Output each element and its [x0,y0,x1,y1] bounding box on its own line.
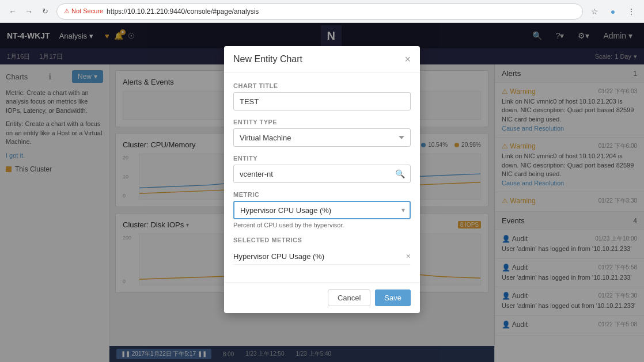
entity-search-icon: 🔍 [395,169,405,178]
entity-input-wrapper: 🔍 [233,165,411,183]
forward-button[interactable]: → [22,5,36,18]
selected-metrics-label: SELECTED METRICS [233,237,411,243]
metric-hint: Percent of CPU used by the hypervisor. [233,222,411,228]
metric-label: METRIC [233,191,411,198]
browser-actions: ☆ ● ⋮ [588,5,638,18]
modal-overlay[interactable]: New Entity Chart × CHART TITLE ENTITY TY… [0,23,644,362]
address-bar[interactable]: ⚠ Not Secure https://10.10.21.210:9440/c… [56,3,583,20]
reload-button[interactable]: ↻ [38,5,52,18]
chart-title-group: CHART TITLE [233,82,411,110]
bookmark-button[interactable]: ☆ [588,5,601,18]
url-text: https://10.10.21.210:9440/console/#page/… [107,7,259,16]
selected-metrics-group: SELECTED METRICS Hypervisor CPU Usage (%… [233,237,411,265]
entity-label: ENTITY [233,155,411,162]
cancel-button[interactable]: Cancel [328,289,370,306]
metric-group: METRIC Hypervisor CPU Usage (%) ▾ Percen… [233,191,411,228]
modal-title: New Entity Chart [233,54,302,64]
selected-metric-item-1: Hypervisor CPU Usage (%) × [233,248,411,265]
metric-select[interactable]: Hypervisor CPU Usage (%) [233,201,411,219]
chart-title-input[interactable] [233,92,411,110]
modal-body: CHART TITLE ENTITY TYPE Virtual Machine … [224,73,420,282]
browser-nav-buttons: ← → ↻ [6,5,52,18]
modal-close-button[interactable]: × [404,54,411,64]
entity-type-label: ENTITY TYPE [233,119,411,125]
save-button[interactable]: Save [375,289,411,306]
selected-metric-name-1: Hypervisor CPU Usage (%) [233,252,324,261]
remove-metric-button-1[interactable]: × [406,252,411,261]
entity-group: ENTITY 🔍 [233,155,411,183]
chart-title-label: CHART TITLE [233,82,411,89]
entity-type-select[interactable]: Virtual Machine Host Cluster Disk [233,128,411,147]
more-button[interactable]: ⋮ [624,5,638,18]
metric-select-wrapper: Hypervisor CPU Usage (%) ▾ [233,201,411,219]
profile-button[interactable]: ● [606,5,620,18]
back-button[interactable]: ← [6,5,20,18]
entity-type-group: ENTITY TYPE Virtual Machine Host Cluster… [233,119,411,147]
modal-footer: Cancel Save [224,282,420,313]
selected-metrics-list: Hypervisor CPU Usage (%) × [233,248,411,265]
modal-header: New Entity Chart × [224,46,420,73]
new-entity-chart-modal: New Entity Chart × CHART TITLE ENTITY TY… [224,46,420,313]
security-warning: ⚠ Not Secure [64,7,103,15]
browser-bar: ← → ↻ ⚠ Not Secure https://10.10.21.210:… [0,0,644,23]
entity-input[interactable] [233,165,411,183]
